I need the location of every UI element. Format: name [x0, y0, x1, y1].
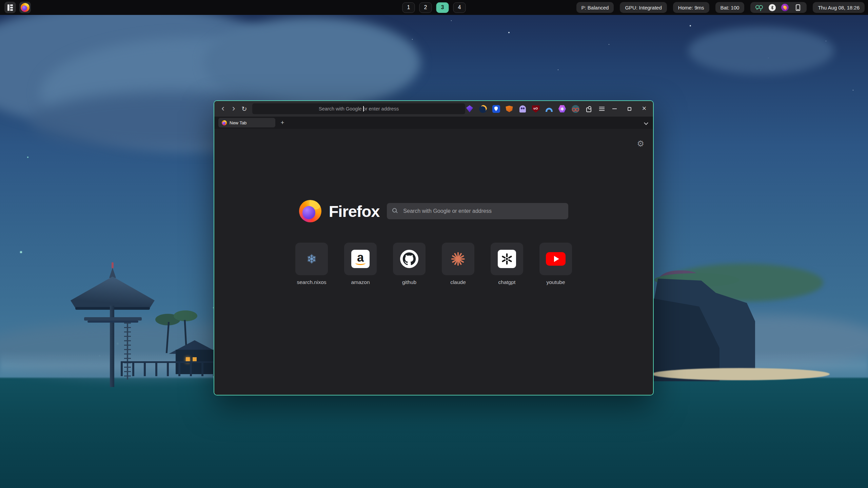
new-tab-page: ⚙ Firefox ❄ search.nixos	[214, 129, 653, 395]
flame-notification-icon[interactable]	[781, 4, 789, 11]
extension-navy-orange-orb-icon[interactable]	[478, 104, 487, 113]
openai-knot-icon	[498, 250, 516, 268]
puzzle-icon	[586, 107, 591, 112]
bluetooth-icon[interactable]	[768, 4, 776, 11]
list-all-tabs-chevron-icon[interactable]	[644, 121, 648, 125]
newtab-search	[387, 203, 568, 219]
url-bar	[252, 103, 465, 114]
workspace-button-4[interactable]: 4	[453, 2, 466, 13]
wallpaper-tower-roof	[71, 277, 155, 310]
taskbar: 1 2 3 4 P: Balanced GPU: Integrated Home…	[0, 0, 868, 15]
power-profile-pill[interactable]: P: Balanced	[576, 2, 614, 13]
wallpaper-island-trees	[664, 264, 823, 302]
ping-pill[interactable]: Home: 9ms	[673, 2, 709, 13]
taskbar-status-area: P: Balanced GPU: Integrated Home: 9ms Ba…	[576, 2, 865, 13]
forward-icon: ›	[232, 104, 235, 113]
tile: a	[344, 243, 377, 275]
shortcut-label: claude	[450, 279, 466, 285]
tile: ❄	[295, 243, 328, 275]
firefox-taskbar-button[interactable]	[19, 2, 31, 13]
forward-button[interactable]: ›	[228, 104, 239, 114]
wallpaper-tower-finial	[112, 262, 114, 268]
search-icon	[392, 208, 397, 212]
close-button[interactable]: ×	[640, 105, 648, 113]
wallpaper-hut-roof	[169, 340, 220, 354]
back-button[interactable]: ‹	[218, 104, 228, 114]
shortcut-claude[interactable]: claude	[442, 243, 474, 285]
maximize-button[interactable]	[625, 105, 633, 113]
clock[interactable]: Thu Aug 08, 18:26	[813, 2, 865, 13]
reload-icon: ↻	[242, 105, 247, 113]
shortcut-label: search.nixos	[297, 279, 326, 285]
wallpaper-island-moss	[654, 273, 739, 287]
extension-purple-gem-icon[interactable]	[465, 104, 474, 113]
maximize-icon	[628, 107, 631, 111]
extension-ublock-origin-icon[interactable]: uO	[531, 104, 540, 113]
menu-button[interactable]	[597, 104, 606, 113]
close-icon: ×	[642, 105, 647, 112]
wallpaper-palm-trunk	[166, 322, 170, 353]
text-caret	[363, 106, 364, 111]
extension-metamask-icon[interactable]	[505, 104, 514, 113]
extension-disguise-face-icon[interactable]	[571, 104, 580, 113]
tile	[491, 243, 523, 275]
amazon-icon: a	[351, 250, 370, 268]
shortcut-chatgpt[interactable]: chatgpt	[491, 243, 523, 285]
shortcut-label: amazon	[351, 279, 370, 285]
tablet-device-icon[interactable]	[794, 4, 802, 11]
minimize-icon	[612, 108, 617, 109]
github-octocat-icon	[400, 250, 418, 268]
wallpaper-cloud	[688, 27, 834, 75]
shortcut-search-nixos[interactable]: ❄ search.nixos	[295, 243, 328, 285]
shortcut-github[interactable]: github	[393, 243, 426, 285]
shortcut-label: chatgpt	[498, 279, 516, 285]
workspace-button-3-active[interactable]: 3	[436, 2, 449, 13]
back-icon: ‹	[221, 104, 224, 113]
personalize-gear-icon[interactable]: ⚙	[637, 139, 644, 148]
shortcut-amazon[interactable]: a amazon	[344, 243, 377, 285]
new-tab-button[interactable]: +	[278, 118, 287, 127]
claude-starburst-icon	[451, 252, 465, 266]
apps-grid-icon	[7, 4, 13, 11]
workspace-button-1[interactable]: 1	[402, 2, 415, 13]
reload-button[interactable]: ↻	[239, 104, 250, 114]
vpn-goggles-icon[interactable]	[755, 4, 763, 11]
wallpaper-palm-trunk	[184, 320, 187, 352]
navigation-toolbar: ‹ › ↻ uO	[214, 101, 653, 117]
shortcut-label: github	[402, 279, 416, 285]
amazon-smile-arrow	[355, 261, 366, 265]
extension-purple-hexagon-icon[interactable]	[558, 104, 567, 113]
shortcut-youtube[interactable]: youtube	[539, 243, 572, 285]
wallpaper-tower-pole	[110, 306, 114, 387]
youtube-play-icon	[546, 252, 566, 266]
extension-ghostery-icon[interactable]	[518, 104, 527, 113]
minimize-button[interactable]	[610, 105, 618, 113]
workspace-switcher: 1 2 3 4	[402, 0, 466, 15]
tab-favicon-firefox-icon	[222, 120, 227, 125]
wallpaper-sandbar	[652, 368, 830, 380]
gpu-pill[interactable]: GPU: Integrated	[620, 2, 667, 13]
wallpaper-tower-roof-edge	[75, 307, 150, 310]
wallpaper-hut	[176, 350, 214, 374]
tab-new-tab[interactable]: New Tab	[218, 118, 275, 127]
window-controls: ×	[610, 105, 648, 113]
battery-pill[interactable]: Bat: 100	[715, 2, 745, 13]
wallpaper-palm-crown	[174, 310, 197, 321]
firefox-wordmark: Firefox	[329, 202, 380, 221]
extension-bitwarden-icon[interactable]	[492, 104, 500, 113]
wallpaper-tower-platform	[84, 317, 142, 321]
app-launcher-button[interactable]	[4, 2, 16, 13]
wallpaper-cloud	[203, 17, 420, 108]
url-input[interactable]	[252, 103, 465, 114]
wallpaper-island-boulder	[658, 270, 704, 296]
wallpaper-island-cliff	[652, 279, 755, 380]
newtab-search-input[interactable]	[387, 203, 568, 219]
workspace-button-2[interactable]: 2	[419, 2, 432, 13]
shortcut-label: youtube	[546, 279, 565, 285]
wallpaper-palm-crown	[155, 314, 180, 325]
desktop: 1 2 3 4 P: Balanced GPU: Integrated Home…	[0, 0, 868, 488]
extensions-puzzle-button[interactable]	[584, 104, 593, 113]
toolbar-extensions: uO	[465, 104, 606, 113]
extension-blue-arc-icon[interactable]	[545, 104, 553, 113]
firefox-logo	[299, 200, 321, 222]
